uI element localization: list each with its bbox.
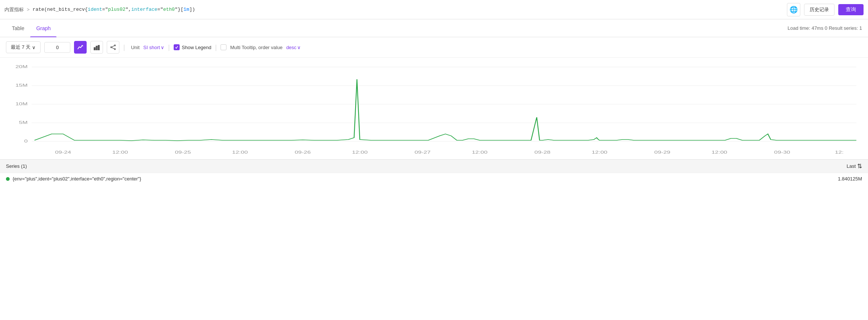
series-title: Series (1)	[6, 163, 27, 169]
separator3: |	[215, 44, 217, 51]
globe-button[interactable]: 🌐	[787, 3, 800, 16]
svg-text:12:00: 12:00	[352, 150, 367, 154]
multi-tooltip-checkbox[interactable]	[221, 44, 226, 50]
tab-graph[interactable]: Graph	[30, 19, 57, 37]
svg-text:12:00: 12:00	[592, 150, 607, 154]
series-value: 1.840125M	[838, 176, 862, 182]
svg-text:0: 0	[24, 139, 28, 143]
svg-text:09-26: 09-26	[295, 150, 311, 154]
svg-text:09-25: 09-25	[175, 150, 191, 154]
history-button[interactable]: 历史记录	[804, 4, 835, 16]
separator2: |	[168, 44, 170, 51]
bar-chart-icon[interactable]	[90, 41, 103, 54]
svg-line-7	[112, 48, 115, 49]
line-chart-icon[interactable]	[74, 41, 87, 54]
time-range-button[interactable]: 最近 7 天 ∨	[6, 41, 41, 53]
svg-text:09-24: 09-24	[55, 150, 71, 154]
order-value-select[interactable]: desc ∨	[286, 45, 301, 50]
svg-text:10M: 10M	[15, 102, 28, 106]
svg-rect-1	[96, 46, 97, 50]
series-last-header[interactable]: Last ⇅	[846, 163, 862, 170]
svg-text:09-29: 09-29	[654, 150, 670, 154]
series-label: {env="plus",ident="plus02",interface="et…	[6, 176, 141, 182]
svg-point-5	[111, 47, 112, 48]
svg-text:12:00: 12:00	[112, 150, 128, 154]
chart-svg: 20M 15M 10M 5M 0 09-24 12:00 09-25 12:00…	[6, 61, 862, 158]
top-bar-actions: 🌐 历史记录 查询	[787, 3, 864, 16]
tab-table[interactable]: Table	[6, 19, 30, 37]
svg-text:12:00: 12:00	[232, 150, 248, 154]
unit-select[interactable]: SI short ∨	[143, 45, 164, 50]
controls-row: 最近 7 天 ∨ 0 | Unit SI short ∨ | Show	[0, 37, 868, 58]
svg-text:09-28: 09-28	[534, 150, 550, 154]
separator: |	[123, 44, 125, 51]
series-header: Series (1) Last ⇅	[0, 159, 868, 173]
tabs-row: Table Graph Load time: 47ms 0 Result ser…	[0, 19, 868, 37]
step-input[interactable]: 0	[44, 42, 70, 53]
multi-tooltip-label: Multi Tooltip, order value	[230, 45, 283, 50]
svg-text:09-27: 09-27	[415, 150, 431, 154]
share-button[interactable]	[107, 41, 119, 54]
svg-text:15M: 15M	[15, 83, 28, 87]
svg-rect-2	[98, 45, 99, 50]
svg-point-3	[115, 45, 116, 46]
svg-rect-0	[94, 48, 95, 50]
series-item: {env="plus",ident="plus02",interface="et…	[0, 173, 868, 185]
top-bar: 内置指标 > rate(net_bits_recv{ident="plus02"…	[0, 0, 868, 19]
query-button[interactable]: 查询	[838, 4, 864, 15]
svg-point-4	[115, 49, 116, 50]
chart-container: 20M 15M 10M 5M 0 09-24 12:00 09-25 12:00…	[0, 58, 868, 159]
svg-text:09-30: 09-30	[774, 150, 790, 154]
tabs-meta: Load time: 47ms 0 Result series: 1	[788, 25, 862, 31]
query-display: rate(net_bits_recv{ident="plus02", inter…	[33, 7, 784, 12]
series-dot	[6, 177, 10, 181]
svg-line-6	[112, 46, 115, 47]
svg-text:12:: 12:	[835, 150, 843, 154]
breadcrumb-arrow: >	[27, 7, 30, 12]
svg-text:12:00: 12:00	[472, 150, 488, 154]
show-legend-checkbox[interactable]: Show Legend	[174, 44, 212, 50]
svg-text:12:00: 12:00	[711, 150, 727, 154]
svg-text:20M: 20M	[15, 64, 28, 69]
breadcrumb: 内置指标	[4, 6, 24, 13]
unit-label: Unit	[131, 45, 139, 50]
svg-text:5M: 5M	[19, 120, 28, 125]
